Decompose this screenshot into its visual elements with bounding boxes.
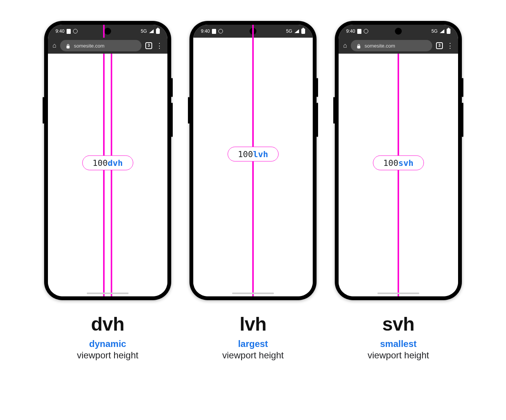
phone-frame: 9:405G100lvh <box>189 21 317 300</box>
phone-frame: 9:405G⌂somesite.com3⋮100svh <box>335 21 462 300</box>
hardware-button <box>171 103 173 137</box>
hardware-button <box>462 103 463 137</box>
camera-cutout <box>395 28 402 35</box>
notification-icon <box>212 29 216 34</box>
phone-column-dvh: 9:405G⌂somesite.com3⋮100dvhdvhdynamicvie… <box>44 21 171 361</box>
gesture-bar <box>377 293 419 294</box>
home-icon[interactable]: ⌂ <box>343 42 347 49</box>
page-viewport: 100svh <box>339 54 458 296</box>
caption-rest: viewport height <box>368 350 429 360</box>
status-bar: 9:405G <box>48 25 167 38</box>
hardware-button <box>317 103 318 137</box>
sync-icon <box>218 29 223 33</box>
gesture-bar <box>232 293 274 294</box>
status-bar: 9:405G <box>339 25 458 38</box>
lock-icon <box>65 43 71 49</box>
signal-icon <box>294 29 299 33</box>
measurement-unit: svh <box>398 158 414 168</box>
hardware-button <box>43 97 44 124</box>
battery-icon <box>447 29 450 34</box>
notification-icon <box>357 29 361 34</box>
camera-cutout <box>104 28 111 35</box>
caption-sub: dynamicviewport height <box>77 338 138 361</box>
overflow-menu-icon[interactable]: ⋮ <box>156 42 163 49</box>
caption: lvhlargestviewport height <box>222 313 283 361</box>
url-text: somesite.com <box>364 43 395 49</box>
measurement-value: 100 <box>383 158 398 168</box>
hardware-button <box>333 97 335 124</box>
caption-title: svh <box>368 313 429 335</box>
caption-keyword: dynamic <box>89 339 126 349</box>
tabs-button[interactable]: 3 <box>436 42 443 49</box>
measurement-unit: lvh <box>253 150 268 159</box>
hardware-button <box>171 78 173 97</box>
battery-icon <box>301 29 305 34</box>
notification-icon <box>67 29 71 34</box>
sync-icon <box>364 29 368 33</box>
signal-icon <box>440 29 444 33</box>
phone-screen: 9:405G⌂somesite.com3⋮100dvh <box>48 25 167 296</box>
status-network: 5G <box>431 29 438 34</box>
status-network: 5G <box>286 29 292 34</box>
signal-icon <box>149 29 154 33</box>
overflow-menu-icon[interactable]: ⋮ <box>447 42 453 49</box>
lock-icon <box>356 43 361 49</box>
browser-url-bar: ⌂somesite.com3⋮ <box>339 38 458 54</box>
caption-sub: largestviewport height <box>222 338 283 361</box>
measurement-value: 100 <box>238 150 253 159</box>
address-pill[interactable]: somesite.com <box>60 40 142 51</box>
caption: svhsmallestviewport height <box>368 313 429 361</box>
hardware-button <box>462 78 463 97</box>
sync-icon <box>73 29 78 33</box>
status-time: 9:40 <box>56 29 64 34</box>
caption-keyword: largest <box>238 339 268 349</box>
caption-title: lvh <box>222 313 283 335</box>
phone-screen: 9:405G100lvh <box>193 25 313 296</box>
hardware-button <box>317 78 318 97</box>
url-text: somesite.com <box>74 43 104 49</box>
page-viewport: 100lvh <box>193 38 313 296</box>
gesture-bar <box>87 293 129 294</box>
phone-column-svh: 9:405G⌂somesite.com3⋮100svhsvhsmallestvi… <box>335 21 462 361</box>
battery-icon <box>156 29 160 34</box>
measurement-pill: 100dvh <box>82 156 133 170</box>
caption: dvhdynamicviewport height <box>77 313 138 361</box>
hardware-button <box>188 97 189 124</box>
measurement-pill: 100lvh <box>228 147 278 162</box>
status-time: 9:40 <box>346 29 355 34</box>
status-time: 9:40 <box>201 29 210 34</box>
caption-sub: smallestviewport height <box>368 338 429 361</box>
status-network: 5G <box>141 29 147 34</box>
measurement-value: 100 <box>92 158 108 168</box>
caption-keyword: smallest <box>380 339 417 349</box>
home-icon[interactable]: ⌂ <box>53 42 56 49</box>
caption-rest: viewport height <box>222 350 283 360</box>
phone-frame: 9:405G⌂somesite.com3⋮100dvh <box>44 21 171 300</box>
phone-column-lvh: 9:405G100lvhlvhlargestviewport height <box>189 21 317 361</box>
phone-screen: 9:405G⌂somesite.com3⋮100svh <box>339 25 458 296</box>
page-viewport: 100dvh <box>48 54 167 296</box>
tabs-button[interactable]: 3 <box>145 42 152 49</box>
measurement-pill: 100svh <box>373 156 424 170</box>
measure-line <box>398 54 399 296</box>
caption-title: dvh <box>77 313 138 335</box>
browser-url-bar: ⌂somesite.com3⋮ <box>48 38 167 54</box>
measurement-unit: dvh <box>108 158 123 168</box>
caption-rest: viewport height <box>77 350 138 360</box>
address-pill[interactable]: somesite.com <box>351 40 432 51</box>
